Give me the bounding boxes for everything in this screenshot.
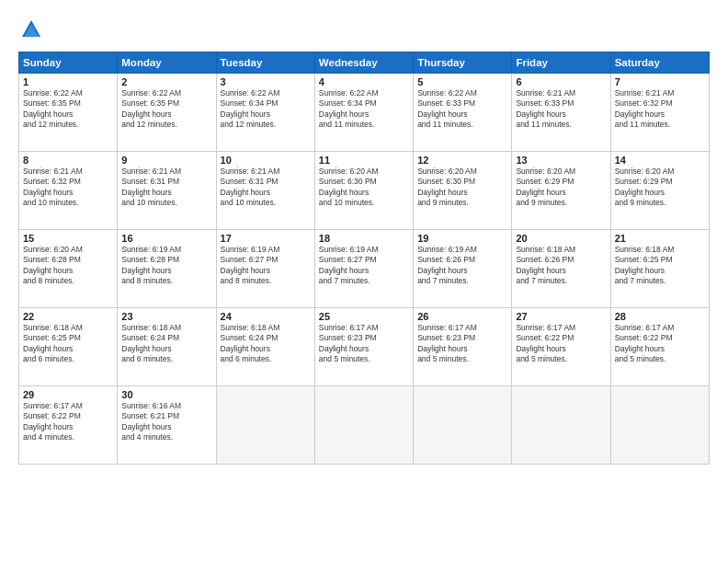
calendar-cell: 10Sunrise: 6:21 AMSunset: 6:31 PMDayligh… <box>216 152 314 230</box>
calendar-week-5: 29Sunrise: 6:17 AMSunset: 6:22 PMDayligh… <box>19 386 710 465</box>
calendar-cell: 16Sunrise: 6:19 AMSunset: 6:28 PMDayligh… <box>118 230 216 308</box>
calendar-header-tuesday: Tuesday <box>216 52 314 74</box>
day-number: 15 <box>23 233 113 244</box>
day-number: 7 <box>615 76 705 87</box>
calendar-cell: 30Sunrise: 6:16 AMSunset: 6:21 PMDayligh… <box>118 386 216 465</box>
calendar-cell <box>414 386 512 465</box>
calendar-cell: 20Sunrise: 6:18 AMSunset: 6:26 PMDayligh… <box>512 230 610 308</box>
day-info: Sunrise: 6:22 AMSunset: 6:33 PMDaylight … <box>417 88 507 131</box>
calendar-cell: 1Sunrise: 6:22 AMSunset: 6:35 PMDaylight… <box>19 74 118 152</box>
calendar-header-saturday: Saturday <box>610 52 709 74</box>
calendar-cell: 7Sunrise: 6:21 AMSunset: 6:32 PMDaylight… <box>610 74 709 152</box>
calendar-cell: 21Sunrise: 6:18 AMSunset: 6:25 PMDayligh… <box>610 230 709 308</box>
calendar-cell: 15Sunrise: 6:20 AMSunset: 6:28 PMDayligh… <box>19 230 118 308</box>
day-info: Sunrise: 6:22 AMSunset: 6:34 PMDaylight … <box>319 88 409 131</box>
day-number: 21 <box>615 233 705 244</box>
day-number: 4 <box>319 76 409 87</box>
day-number: 5 <box>417 76 507 87</box>
day-number: 14 <box>615 155 705 166</box>
calendar: SundayMondayTuesdayWednesdayThursdayFrid… <box>18 52 710 465</box>
calendar-header-friday: Friday <box>512 52 610 74</box>
calendar-cell: 23Sunrise: 6:18 AMSunset: 6:24 PMDayligh… <box>118 308 216 386</box>
day-info: Sunrise: 6:19 AMSunset: 6:26 PMDaylight … <box>417 245 507 287</box>
calendar-cell: 27Sunrise: 6:17 AMSunset: 6:22 PMDayligh… <box>512 308 610 386</box>
calendar-cell: 26Sunrise: 6:17 AMSunset: 6:23 PMDayligh… <box>414 308 512 386</box>
day-info: Sunrise: 6:20 AMSunset: 6:30 PMDaylight … <box>417 167 507 209</box>
day-info: Sunrise: 6:21 AMSunset: 6:31 PMDaylight … <box>121 167 211 209</box>
day-info: Sunrise: 6:18 AMSunset: 6:25 PMDaylight … <box>23 323 113 365</box>
day-number: 28 <box>615 311 705 322</box>
calendar-cell: 17Sunrise: 6:19 AMSunset: 6:27 PMDayligh… <box>216 230 314 308</box>
day-number: 2 <box>121 76 211 87</box>
day-number: 20 <box>516 233 606 244</box>
day-info: Sunrise: 6:21 AMSunset: 6:32 PMDaylight … <box>23 167 113 209</box>
calendar-cell: 29Sunrise: 6:17 AMSunset: 6:22 PMDayligh… <box>19 386 118 465</box>
logo-icon <box>18 17 44 42</box>
day-info: Sunrise: 6:18 AMSunset: 6:24 PMDaylight … <box>121 323 211 365</box>
day-info: Sunrise: 6:19 AMSunset: 6:28 PMDaylight … <box>121 245 211 287</box>
calendar-header-sunday: Sunday <box>19 52 118 74</box>
day-info: Sunrise: 6:18 AMSunset: 6:26 PMDaylight … <box>516 245 606 287</box>
day-number: 25 <box>319 311 409 322</box>
calendar-cell: 22Sunrise: 6:18 AMSunset: 6:25 PMDayligh… <box>19 308 118 386</box>
day-info: Sunrise: 6:19 AMSunset: 6:27 PMDaylight … <box>319 245 409 287</box>
day-number: 26 <box>417 311 507 322</box>
day-number: 6 <box>516 76 606 87</box>
calendar-cell: 14Sunrise: 6:20 AMSunset: 6:29 PMDayligh… <box>610 152 709 230</box>
day-info: Sunrise: 6:20 AMSunset: 6:29 PMDaylight … <box>516 167 606 209</box>
calendar-cell <box>512 386 610 465</box>
day-info: Sunrise: 6:21 AMSunset: 6:32 PMDaylight … <box>615 88 705 131</box>
calendar-cell: 2Sunrise: 6:22 AMSunset: 6:35 PMDaylight… <box>118 74 216 152</box>
calendar-cell: 5Sunrise: 6:22 AMSunset: 6:33 PMDaylight… <box>414 74 512 152</box>
calendar-header-thursday: Thursday <box>414 52 512 74</box>
day-info: Sunrise: 6:17 AMSunset: 6:22 PMDaylight … <box>516 323 606 365</box>
day-number: 23 <box>121 311 211 322</box>
calendar-cell: 18Sunrise: 6:19 AMSunset: 6:27 PMDayligh… <box>314 230 413 308</box>
calendar-cell <box>610 386 709 465</box>
day-info: Sunrise: 6:17 AMSunset: 6:23 PMDaylight … <box>319 323 409 365</box>
day-info: Sunrise: 6:16 AMSunset: 6:21 PMDaylight … <box>121 401 211 443</box>
calendar-cell: 4Sunrise: 6:22 AMSunset: 6:34 PMDaylight… <box>314 74 413 152</box>
calendar-week-1: 1Sunrise: 6:22 AMSunset: 6:35 PMDaylight… <box>19 74 710 152</box>
calendar-cell: 11Sunrise: 6:20 AMSunset: 6:30 PMDayligh… <box>314 152 413 230</box>
day-number: 22 <box>23 311 113 322</box>
day-info: Sunrise: 6:20 AMSunset: 6:30 PMDaylight … <box>319 167 409 209</box>
calendar-cell: 13Sunrise: 6:20 AMSunset: 6:29 PMDayligh… <box>512 152 610 230</box>
day-number: 13 <box>516 155 606 166</box>
page: SundayMondayTuesdayWednesdayThursdayFrid… <box>0 0 728 563</box>
day-number: 29 <box>23 389 113 400</box>
day-info: Sunrise: 6:22 AMSunset: 6:34 PMDaylight … <box>221 88 311 131</box>
calendar-cell <box>216 386 314 465</box>
calendar-cell: 9Sunrise: 6:21 AMSunset: 6:31 PMDaylight… <box>118 152 216 230</box>
calendar-header-wednesday: Wednesday <box>314 52 413 74</box>
header <box>18 17 710 42</box>
calendar-header-monday: Monday <box>118 52 216 74</box>
calendar-week-3: 15Sunrise: 6:20 AMSunset: 6:28 PMDayligh… <box>19 230 710 308</box>
day-number: 9 <box>121 155 211 166</box>
calendar-cell: 24Sunrise: 6:18 AMSunset: 6:24 PMDayligh… <box>216 308 314 386</box>
day-info: Sunrise: 6:17 AMSunset: 6:22 PMDaylight … <box>23 401 113 443</box>
day-number: 17 <box>221 233 311 244</box>
day-info: Sunrise: 6:20 AMSunset: 6:28 PMDaylight … <box>23 245 113 287</box>
day-number: 10 <box>221 155 311 166</box>
day-info: Sunrise: 6:18 AMSunset: 6:24 PMDaylight … <box>221 323 311 365</box>
calendar-cell: 8Sunrise: 6:21 AMSunset: 6:32 PMDaylight… <box>19 152 118 230</box>
day-number: 18 <box>319 233 409 244</box>
day-info: Sunrise: 6:22 AMSunset: 6:35 PMDaylight … <box>121 88 211 131</box>
day-number: 24 <box>221 311 311 322</box>
calendar-week-4: 22Sunrise: 6:18 AMSunset: 6:25 PMDayligh… <box>19 308 710 386</box>
calendar-week-2: 8Sunrise: 6:21 AMSunset: 6:32 PMDaylight… <box>19 152 710 230</box>
day-info: Sunrise: 6:22 AMSunset: 6:35 PMDaylight … <box>23 88 113 131</box>
calendar-cell: 6Sunrise: 6:21 AMSunset: 6:33 PMDaylight… <box>512 74 610 152</box>
day-info: Sunrise: 6:19 AMSunset: 6:27 PMDaylight … <box>221 245 311 287</box>
calendar-cell <box>314 386 413 465</box>
day-number: 30 <box>121 389 211 400</box>
day-number: 8 <box>23 155 113 166</box>
day-info: Sunrise: 6:18 AMSunset: 6:25 PMDaylight … <box>615 245 705 287</box>
day-info: Sunrise: 6:17 AMSunset: 6:22 PMDaylight … <box>615 323 705 365</box>
logo <box>18 17 48 42</box>
day-info: Sunrise: 6:21 AMSunset: 6:33 PMDaylight … <box>516 88 606 131</box>
calendar-cell: 25Sunrise: 6:17 AMSunset: 6:23 PMDayligh… <box>314 308 413 386</box>
day-number: 12 <box>417 155 507 166</box>
calendar-cell: 28Sunrise: 6:17 AMSunset: 6:22 PMDayligh… <box>610 308 709 386</box>
